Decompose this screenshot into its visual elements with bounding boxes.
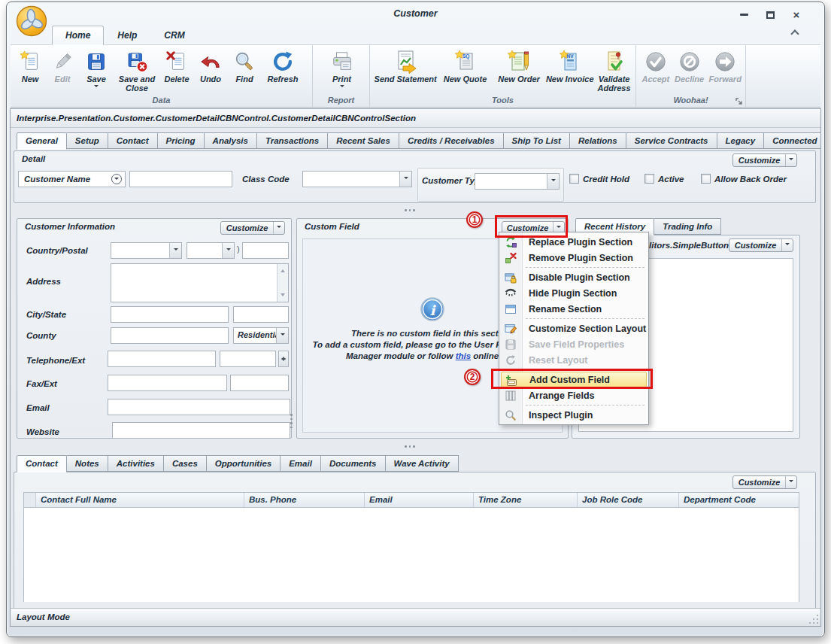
postal-prefix-combo[interactable] bbox=[187, 242, 235, 259]
website-input[interactable] bbox=[112, 422, 290, 439]
telephone-spinner[interactable] bbox=[278, 351, 289, 367]
minimize-button[interactable] bbox=[735, 9, 752, 20]
ribbon-tab-crm[interactable]: CRM bbox=[150, 26, 198, 44]
print-dropdown-icon[interactable] bbox=[340, 85, 344, 90]
find-button[interactable]: Find bbox=[227, 47, 262, 84]
customer-name-field-selector[interactable]: Customer Name bbox=[18, 171, 126, 187]
tab-opportunities[interactable]: Opportunities bbox=[207, 455, 281, 472]
recent-history-customize-button[interactable]: Customize bbox=[729, 238, 793, 252]
validate-address-button[interactable]: Validate Address bbox=[594, 47, 634, 93]
save-and-close-button[interactable]: Save and Close bbox=[114, 47, 159, 93]
horizontal-splitter[interactable] bbox=[405, 209, 415, 211]
undo-button[interactable]: Undo bbox=[194, 47, 227, 84]
tab-recent-sales[interactable]: Recent Sales bbox=[328, 132, 399, 149]
tab-wave-activity[interactable]: Wave Activity bbox=[386, 455, 459, 472]
tab-notes[interactable]: Notes bbox=[67, 455, 108, 472]
maximize-button[interactable] bbox=[762, 9, 778, 20]
tab-email[interactable]: Email bbox=[281, 455, 321, 472]
decline-button[interactable]: Decline bbox=[672, 47, 707, 84]
customer-name-input[interactable] bbox=[129, 171, 232, 187]
telephone-input[interactable] bbox=[108, 351, 216, 367]
tab-relations[interactable]: Relations bbox=[570, 132, 626, 149]
class-code-dropdown-icon[interactable] bbox=[399, 172, 411, 187]
tab-pricing[interactable]: Pricing bbox=[158, 132, 205, 149]
residence-type-combo[interactable]: Residential bbox=[233, 327, 289, 344]
customer-type-combo[interactable] bbox=[475, 173, 560, 190]
tab-connected[interactable]: Connected bbox=[764, 132, 821, 149]
ribbon-tab-home[interactable]: Home bbox=[52, 26, 104, 45]
ribbon-tab-help[interactable]: Help bbox=[104, 26, 150, 44]
delete-button[interactable]: Delete bbox=[159, 47, 194, 84]
county-input[interactable] bbox=[111, 327, 229, 344]
credit-hold-checkbox[interactable] bbox=[569, 174, 579, 184]
country-combo[interactable] bbox=[111, 242, 182, 259]
scroll-down-icon[interactable] bbox=[281, 293, 285, 299]
column-job-role-code[interactable]: Job Role Code bbox=[578, 493, 679, 507]
scroll-up-icon[interactable] bbox=[281, 267, 285, 272]
column-email[interactable]: Email bbox=[365, 493, 474, 507]
new-button[interactable]: New bbox=[14, 47, 47, 84]
save-button[interactable]: Save bbox=[78, 47, 114, 90]
menu-item-remove-plugin-section[interactable]: Remove Plugin Section bbox=[499, 250, 648, 266]
customer-information-customize-button[interactable]: Customize bbox=[220, 221, 285, 235]
tab-legacy[interactable]: Legacy bbox=[717, 132, 765, 149]
new-invoice-button[interactable]: NV New Invoice bbox=[545, 47, 594, 84]
forward-button[interactable]: Forward bbox=[706, 47, 744, 84]
column-department-code[interactable]: Department Code bbox=[679, 493, 799, 507]
postal-code-input[interactable] bbox=[242, 242, 289, 259]
edit-button[interactable]: Edit bbox=[47, 47, 78, 84]
resize-grip[interactable] bbox=[808, 614, 818, 624]
address-scrollbar[interactable] bbox=[277, 264, 288, 302]
ribbon-collapse-icon[interactable] bbox=[791, 30, 799, 35]
tab-documents[interactable]: Documents bbox=[321, 455, 386, 472]
column-time-zone[interactable]: Time Zone bbox=[474, 493, 578, 507]
tab-cases[interactable]: Cases bbox=[164, 455, 207, 472]
menu-item-hide-plugin-section[interactable]: Hide Plugin Section bbox=[499, 285, 648, 301]
tab-setup[interactable]: Setup bbox=[67, 132, 108, 149]
tab-transactions[interactable]: Transactions bbox=[257, 132, 328, 149]
state-input[interactable] bbox=[233, 306, 289, 323]
tab-activities[interactable]: Activities bbox=[108, 455, 164, 472]
tab-contact-bottom[interactable]: Contact bbox=[17, 455, 67, 472]
dialog-launcher-icon[interactable] bbox=[735, 98, 743, 105]
column-contact-full-name[interactable]: Contact Full Name bbox=[36, 493, 244, 507]
accept-button[interactable]: Accept bbox=[639, 47, 672, 84]
tab-trading-info[interactable]: Trading Info bbox=[654, 218, 721, 235]
city-input[interactable] bbox=[111, 306, 229, 323]
contact-grid-body[interactable] bbox=[24, 508, 799, 602]
residence-type-dropdown-icon[interactable] bbox=[276, 328, 288, 343]
customer-type-dropdown-icon[interactable] bbox=[547, 174, 559, 189]
send-statement-button[interactable]: Send Statement bbox=[373, 47, 438, 84]
new-order-button[interactable]: New Order bbox=[493, 47, 546, 84]
customer-name-dropdown-icon[interactable] bbox=[111, 174, 122, 184]
email-input[interactable] bbox=[108, 399, 290, 415]
tab-credits-receivables[interactable]: Credits / Receivables bbox=[399, 132, 504, 149]
menu-item-save-field-properties[interactable]: Save Field Properties bbox=[499, 336, 648, 352]
menu-item-arrange-fields[interactable]: Arrange Fields bbox=[499, 387, 648, 403]
new-quote-button[interactable]: SQ New Quote bbox=[438, 47, 493, 84]
detail-customize-button[interactable]: Customize bbox=[732, 153, 797, 167]
tab-analysis[interactable]: Analysis bbox=[205, 132, 257, 149]
tab-ship-to-list[interactable]: Ship To List bbox=[504, 132, 570, 149]
tab-general[interactable]: General bbox=[17, 132, 67, 150]
telephone-ext-input[interactable] bbox=[220, 351, 276, 367]
online-help-link[interactable]: this bbox=[456, 351, 471, 360]
vertical-splitter[interactable] bbox=[290, 414, 293, 428]
save-dropdown-icon[interactable] bbox=[94, 85, 99, 90]
menu-item-rename-section[interactable]: Rename Section bbox=[499, 301, 648, 317]
menu-item-inspect-plugin[interactable]: Inspect Plugin bbox=[499, 407, 648, 423]
active-checkbox[interactable] bbox=[644, 174, 654, 184]
close-button[interactable]: × bbox=[788, 9, 805, 20]
tab-service-contracts[interactable]: Service Contracts bbox=[626, 132, 717, 149]
tab-contact[interactable]: Contact bbox=[108, 132, 158, 149]
print-button[interactable]: Print bbox=[323, 47, 362, 90]
contact-grid-customize-button[interactable]: Customize bbox=[732, 475, 797, 489]
allow-back-order-checkbox[interactable] bbox=[701, 174, 711, 184]
menu-item-reset-layout[interactable]: Reset Layout bbox=[499, 352, 648, 368]
refresh-button[interactable]: Refresh bbox=[262, 47, 304, 84]
address-textarea[interactable] bbox=[111, 263, 289, 302]
menu-item-disable-plugin-section[interactable]: Disable Plugin Section bbox=[499, 269, 648, 285]
fax-ext-input[interactable] bbox=[230, 375, 289, 391]
column-bus-phone[interactable]: Bus. Phone bbox=[244, 493, 365, 507]
class-code-combo[interactable] bbox=[302, 171, 412, 187]
